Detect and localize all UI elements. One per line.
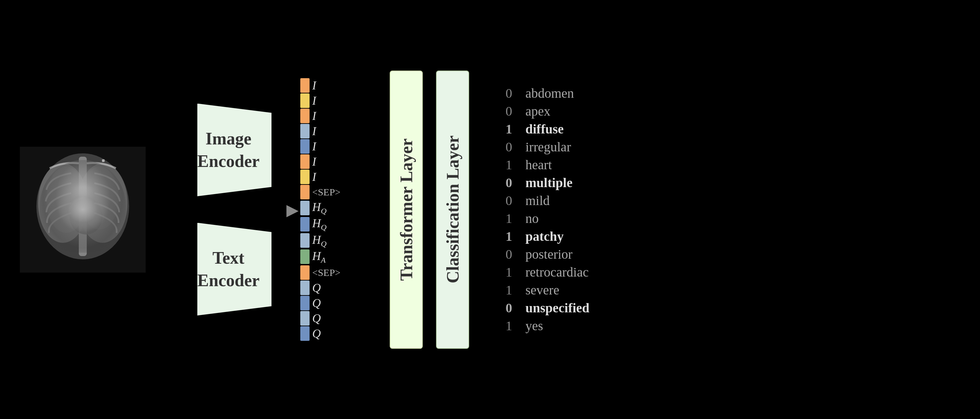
token-color-q1 (300, 280, 310, 295)
output-row-diffuse: 1 diffuse (496, 121, 589, 138)
token-color-i1 (300, 78, 310, 93)
xray-svg (20, 147, 146, 272)
classification-layer-label: Classification Layer (443, 135, 463, 283)
svg-rect-4 (79, 157, 87, 256)
token-column: I I I I I I I <SEP> (300, 61, 373, 359)
svg-point-6 (46, 167, 86, 233)
output-name-diffuse: diffuse (525, 121, 564, 137)
token-i4: I (300, 124, 373, 139)
output-row-posterior: 0 posterior (496, 246, 589, 263)
output-value-heart: 1 (496, 157, 512, 172)
token-i7: I (300, 170, 373, 184)
text-encoder-shape: Text Encoder (165, 223, 272, 315)
output-value-retrocardiac: 1 (496, 264, 512, 280)
token-label-sep2: <SEP> (312, 267, 341, 278)
output-name-yes: yes (525, 318, 543, 333)
token-label-ha1: HA (312, 249, 326, 264)
token-color-hq2 (300, 217, 310, 231)
output-row-yes: 1 yes (496, 317, 589, 335)
classification-layer: Classification Layer (436, 70, 469, 349)
token-q1: Q (300, 280, 373, 295)
output-name-no: no (525, 211, 539, 226)
svg-point-7 (80, 167, 119, 229)
output-value-mild: 0 (496, 193, 512, 208)
text-encoder-block: Text Encoder (165, 223, 272, 315)
token-color-i4 (300, 124, 310, 139)
output-value-apex: 0 (496, 104, 512, 119)
output-value-irregular: 0 (496, 139, 512, 155)
token-color-q4 (300, 326, 310, 341)
output-name-irregular: irregular (525, 139, 571, 155)
token-q3: Q (300, 311, 373, 326)
token-color-sep1 (300, 185, 310, 199)
output-row-apex: 0 apex (496, 103, 589, 120)
token-color-q3 (300, 311, 310, 326)
output-name-unspecified: unspecified (525, 300, 589, 315)
transformer-layer-label: Transformer Layer (397, 139, 416, 281)
output-name-mild: mild (525, 193, 550, 208)
token-color-i7 (300, 170, 310, 184)
output-row-multiple: 0 multiple (496, 174, 589, 191)
token-color-hq3 (300, 233, 310, 248)
output-row-unspecified: 0 unspecified (496, 300, 589, 317)
output-value-diffuse: 1 (496, 121, 512, 137)
token-label-i1: I (312, 78, 316, 92)
output-name-severe: severe (525, 282, 559, 298)
token-sep2: <SEP> (300, 265, 373, 280)
xray-panel (20, 147, 146, 272)
output-value-severe: 1 (496, 282, 512, 298)
svg-point-3 (78, 163, 127, 243)
transformer-layer: Transformer Layer (390, 70, 423, 349)
output-name-abdomen: abdomen (525, 86, 574, 101)
token-label-i5: I (312, 139, 316, 153)
image-encoder-shape: Image Encoder (165, 104, 272, 196)
token-color-i2 (300, 93, 310, 108)
token-label-q3: Q (312, 311, 321, 325)
token-ha1: HA (300, 249, 373, 264)
token-color-q2 (300, 296, 310, 311)
output-row-irregular: 0 irregular (496, 139, 589, 156)
token-label-hq1: HQ (312, 200, 326, 216)
token-label-i7: I (312, 170, 316, 184)
output-value-multiple: 0 (496, 175, 512, 190)
token-q2: Q (300, 296, 373, 311)
output-row-abdomen: 0 abdomen (496, 85, 589, 102)
output-section: 0 abdomen 0 apex 1 diffuse 0 irregular 1… (496, 61, 589, 359)
output-name-retrocardiac: retrocardiac (525, 264, 589, 280)
output-row-no: 1 no (496, 210, 589, 227)
token-q4: Q (300, 326, 373, 341)
token-hq2: HQ (300, 216, 373, 232)
token-label-i3: I (312, 109, 316, 123)
token-label-q2: Q (312, 296, 321, 310)
output-value-abdomen: 0 (496, 86, 512, 101)
image-encoder-block: Image Encoder (165, 104, 272, 196)
token-label-hq2: HQ (312, 216, 326, 232)
token-i2: I (300, 93, 373, 108)
image-encoder-label: Image Encoder (197, 127, 259, 172)
token-label-i6: I (312, 155, 316, 169)
text-encoder-label: Text Encoder (197, 247, 259, 292)
output-value-patchy: 1 (496, 229, 512, 244)
output-name-heart: heart (525, 157, 552, 172)
output-name-multiple: multiple (525, 175, 573, 190)
output-row-heart: 1 heart (496, 156, 589, 174)
token-color-i6 (300, 155, 310, 169)
token-label-q1: Q (312, 281, 321, 295)
output-value-no: 1 (496, 211, 512, 226)
token-color-i5 (300, 139, 310, 154)
token-color-i3 (300, 108, 310, 123)
arrow-to-tokens: ▶ (286, 201, 299, 219)
token-i1: I (300, 78, 373, 93)
main-container: Image Encoder Text Encoder ▶ I I I I (0, 0, 980, 419)
output-name-patchy: patchy (525, 229, 564, 244)
output-value-unspecified: 0 (496, 300, 512, 315)
output-row-patchy: 1 patchy (496, 228, 589, 245)
token-hq1: HQ (300, 200, 373, 216)
output-row-mild: 0 mild (496, 192, 589, 209)
output-value-posterior: 0 (496, 247, 512, 262)
encoders-section: Image Encoder Text Encoder (165, 61, 272, 359)
token-label-i4: I (312, 124, 316, 138)
token-label-i2: I (312, 94, 316, 108)
svg-point-2 (38, 163, 88, 243)
svg-point-5 (70, 198, 103, 234)
